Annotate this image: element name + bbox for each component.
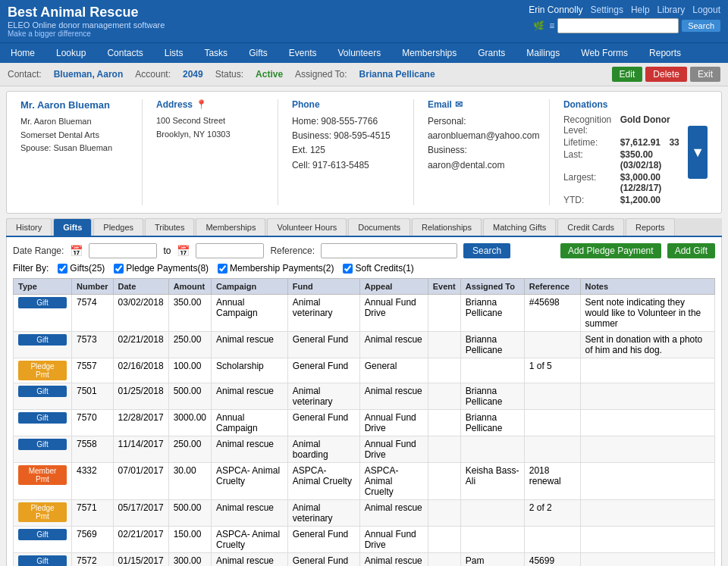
edit-button[interactable]: Edit xyxy=(612,67,643,82)
nav-item-tasks[interactable]: Tasks xyxy=(193,43,238,63)
tab-pledges[interactable]: Pledges xyxy=(93,218,143,236)
business-email-label: Business: xyxy=(428,145,467,155)
nav-item-web-forms[interactable]: Web Forms xyxy=(570,43,639,63)
app-title: Best Animal Rescue xyxy=(8,5,165,20)
donations-expand-button[interactable]: ▼ xyxy=(688,126,708,179)
tab-credit-cards[interactable]: Credit Cards xyxy=(557,218,624,236)
gifts-checkbox[interactable] xyxy=(58,264,67,274)
nav-item-lookup[interactable]: Lookup xyxy=(46,43,96,63)
help-link[interactable]: Help xyxy=(631,5,650,15)
tab-memberships[interactable]: Memberships xyxy=(196,218,265,236)
table-row: Gift755811/14/2017250.00Animal rescueAni… xyxy=(14,436,715,463)
nav-item-mailings[interactable]: Mailings xyxy=(516,43,570,63)
tab-volunteer-hours[interactable]: Volunteer Hours xyxy=(267,218,347,236)
tab-gifts[interactable]: Gifts xyxy=(53,218,92,236)
campaign-cell: Animal rescue xyxy=(212,332,288,358)
nav-item-lists[interactable]: Lists xyxy=(154,43,194,63)
settings-link[interactable]: Settings xyxy=(591,5,623,15)
type-button[interactable]: Pledge Pmt xyxy=(18,502,67,522)
donations-card: Donations Recognition Level: Gold Donor … xyxy=(557,99,714,205)
reference-cell xyxy=(524,436,580,463)
search-button[interactable]: Search xyxy=(463,243,510,258)
col-appeal: Appeal xyxy=(359,279,428,295)
type-button[interactable]: Gift xyxy=(18,334,67,346)
delete-button[interactable]: Delete xyxy=(645,67,687,82)
notes-cell xyxy=(580,500,714,527)
reference-cell: 2 of 2 xyxy=(524,500,580,527)
tab-relationships[interactable]: Relationships xyxy=(412,218,482,236)
soft-credits-checkbox[interactable] xyxy=(343,264,353,274)
date-cell: 12/28/2017 xyxy=(113,410,168,436)
filter-membership-payments[interactable]: Membership Payments(2) xyxy=(218,263,334,274)
exit-button[interactable]: Exit xyxy=(690,67,720,82)
event-cell xyxy=(428,295,460,332)
user-name: Erin Connolly xyxy=(529,5,582,15)
nav-item-gifts[interactable]: Gifts xyxy=(238,43,278,63)
filter-soft-credits[interactable]: Soft Credits(1) xyxy=(343,263,413,274)
contact-label: Contact: xyxy=(8,69,42,80)
tab-documents[interactable]: Documents xyxy=(348,218,410,236)
header-icons: 🌿 ≡ xyxy=(533,20,554,31)
reference-cell: #45698 xyxy=(524,295,580,332)
col-number: Number xyxy=(72,279,114,295)
cell-label: Cell: xyxy=(292,160,310,170)
appeal-cell: Annual Fund Drive xyxy=(359,295,428,332)
type-button[interactable]: Gift xyxy=(18,555,67,566)
filter-pledge-payments[interactable]: Pledge Payments(8) xyxy=(114,263,209,274)
nav-item-memberships[interactable]: Memberships xyxy=(391,43,467,63)
global-search-button[interactable]: Search xyxy=(682,20,720,32)
type-button[interactable]: Pledge Pmt xyxy=(18,361,67,380)
account-number-link[interactable]: 2049 xyxy=(183,69,203,80)
appeal-cell: Annual Fund Drive xyxy=(359,410,428,436)
type-button[interactable]: Member Pmt xyxy=(18,465,67,485)
add-gift-button[interactable]: Add Gift xyxy=(667,243,715,258)
assigned-to-cell: Brianna Pellicane xyxy=(460,383,524,410)
col-reference: Reference xyxy=(524,279,580,295)
type-button[interactable]: Gift xyxy=(18,386,67,397)
nav-item-reports[interactable]: Reports xyxy=(639,43,692,63)
tab-tributes[interactable]: Tributes xyxy=(145,218,194,236)
reference-input[interactable] xyxy=(321,243,457,258)
contact-name-link[interactable]: Blueman, Aaron xyxy=(54,69,124,80)
date-to-input[interactable] xyxy=(196,243,264,258)
donations-right: Donations Recognition Level: Gold Donor … xyxy=(563,99,708,205)
logout-link[interactable]: Logout xyxy=(692,5,720,15)
campaign-cell: Scholarship xyxy=(212,358,288,383)
type-button[interactable]: Gift xyxy=(18,529,67,540)
nav-item-home[interactable]: Home xyxy=(0,43,46,63)
amount-cell: 300.00 xyxy=(168,553,211,567)
type-button[interactable]: Gift xyxy=(18,297,67,308)
date-from-input[interactable] xyxy=(89,243,157,258)
tab-history[interactable]: History xyxy=(6,218,52,236)
nav-item-events[interactable]: Events xyxy=(278,43,328,63)
reference-cell: 2018 renewal xyxy=(524,463,580,500)
nav-item-volunteers[interactable]: Volunteers xyxy=(327,43,391,63)
pledge-payments-checkbox[interactable] xyxy=(114,264,124,274)
number-cell: 7501 xyxy=(72,383,114,410)
recognition-value: Gold Donor xyxy=(620,114,682,136)
tab-reports[interactable]: Reports xyxy=(626,218,675,236)
date-cell: 02/16/2018 xyxy=(113,358,168,383)
membership-payments-checkbox[interactable] xyxy=(218,264,228,274)
address-card-title: Address 📍 xyxy=(156,99,271,110)
phone-card: Phone Home: 908-555-7766 Business: 908-5… xyxy=(286,99,414,205)
amount-cell: 150.00 xyxy=(168,527,211,553)
tab-matching-gifts[interactable]: Matching Gifts xyxy=(483,218,556,236)
contact-card: Mr. Aaron Blueman Mr. Aaron Blueman Some… xyxy=(14,99,143,205)
filter-row: Date Range: 📅 to 📅 Reference: Search Add… xyxy=(13,243,715,258)
global-search-input[interactable] xyxy=(557,18,679,33)
library-link[interactable]: Library xyxy=(657,5,686,15)
campaign-cell: Animal rescue xyxy=(212,500,288,527)
date-cell: 02/21/2018 xyxy=(113,332,168,358)
table-row: Pledge Pmt757105/17/2017500.00Animal res… xyxy=(14,500,715,527)
nav-item-grants[interactable]: Grants xyxy=(467,43,516,63)
type-button[interactable]: Gift xyxy=(18,439,67,450)
nav-item-contacts[interactable]: Contacts xyxy=(96,43,153,63)
type-button[interactable]: Gift xyxy=(18,412,67,424)
add-pledge-button[interactable]: Add Pledge Payment xyxy=(560,243,661,258)
assigned-to-cell xyxy=(460,500,524,527)
filter-gifts[interactable]: Gifts(25) xyxy=(58,263,105,274)
date-cell: 01/15/2017 xyxy=(113,553,168,567)
event-cell xyxy=(428,383,460,410)
email-icon: ✉ xyxy=(455,99,463,110)
